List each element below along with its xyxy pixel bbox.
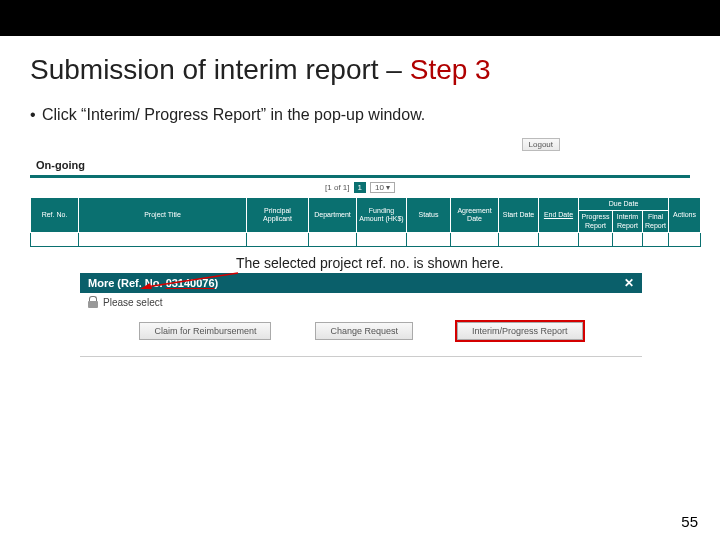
col-final[interactable]: Final Report xyxy=(643,211,669,233)
col-progress[interactable]: Progress Report xyxy=(579,211,613,233)
popup-body: Please select Claim for Reimbursement Ch… xyxy=(80,293,642,357)
col-actions: Actions xyxy=(669,198,701,233)
title-step: Step 3 xyxy=(410,54,491,85)
change-request-button[interactable]: Change Request xyxy=(315,322,413,340)
pager-label: [1 of 1] xyxy=(325,183,349,192)
col-start[interactable]: Start Date xyxy=(499,198,539,233)
title-main: Submission of interim report – xyxy=(30,54,410,85)
pager-size-value: 10 xyxy=(375,183,384,192)
please-select-row: Please select xyxy=(88,297,634,308)
annotation-label: The selected project ref. no. is shown h… xyxy=(236,255,504,271)
col-end[interactable]: End Date xyxy=(539,198,579,233)
col-pa[interactable]: Principal Applicant xyxy=(247,198,309,233)
page-title: Submission of interim report – Step 3 xyxy=(30,54,690,86)
col-amt[interactable]: Funding Amount (HK$) xyxy=(357,198,407,233)
table-row[interactable] xyxy=(31,233,701,247)
ongoing-label: On-going xyxy=(30,157,690,173)
col-dept[interactable]: Department xyxy=(309,198,357,233)
annotation-text: The selected project ref. no. is shown h… xyxy=(236,255,690,271)
app-screenshot: Logout On-going [1 of 1] 1 10 ▾ Ref. No.… xyxy=(30,138,690,357)
top-black-bar xyxy=(0,0,720,36)
col-agree[interactable]: Agreement Date xyxy=(451,198,499,233)
instruction-bullet: Click “Interim/ Progress Report” in the … xyxy=(30,106,690,124)
chevron-down-icon: ▾ xyxy=(386,183,390,192)
svg-line-0 xyxy=(146,273,238,287)
please-select-label: Please select xyxy=(103,297,162,308)
section-divider xyxy=(30,175,690,178)
col-status[interactable]: Status xyxy=(407,198,451,233)
col-ref[interactable]: Ref. No. xyxy=(31,198,79,233)
lock-icon xyxy=(88,297,98,308)
svg-marker-1 xyxy=(140,283,152,289)
callout-arrow xyxy=(140,273,240,289)
close-icon[interactable]: ✕ xyxy=(624,277,634,289)
col-interim[interactable]: Interim Report xyxy=(613,211,643,233)
col-title[interactable]: Project Title xyxy=(79,198,247,233)
interim-progress-report-button[interactable]: Interim/Progress Report xyxy=(457,322,583,340)
col-due: Due Date xyxy=(579,198,669,211)
pager-size-select[interactable]: 10 ▾ xyxy=(370,182,395,193)
slide-number: 55 xyxy=(681,513,698,530)
pager-current[interactable]: 1 xyxy=(354,182,366,193)
pager: [1 of 1] 1 10 ▾ xyxy=(30,182,690,193)
projects-table: Ref. No. Project Title Principal Applica… xyxy=(30,197,701,247)
logout-button[interactable]: Logout xyxy=(522,138,560,151)
claim-reimbursement-button[interactable]: Claim for Reimbursement xyxy=(139,322,271,340)
